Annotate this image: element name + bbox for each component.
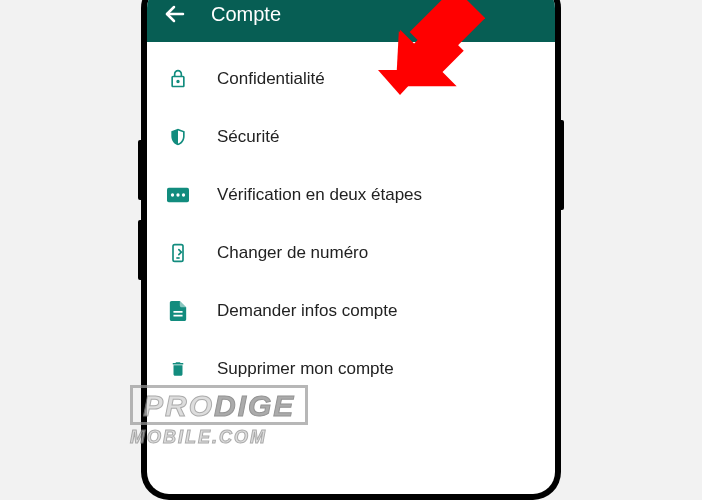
phone-button-left-2 <box>138 220 141 280</box>
back-button[interactable] <box>163 2 187 26</box>
menu-item-label: Vérification en deux étapes <box>217 185 422 205</box>
document-icon <box>167 300 189 322</box>
lock-icon <box>167 68 189 90</box>
menu-item-securite[interactable]: Sécurité <box>147 108 555 166</box>
phone-button-left <box>138 140 141 200</box>
shield-icon <box>167 126 189 148</box>
app-bar: Compte <box>147 0 555 42</box>
phone-change-icon <box>167 242 189 264</box>
menu-item-verification[interactable]: Vérification en deux étapes <box>147 166 555 224</box>
svg-point-3 <box>176 193 179 196</box>
menu-item-changer-numero[interactable]: Changer de numéro <box>147 224 555 282</box>
phone-frame: Compte Confidentialité Sécurité <box>141 0 561 500</box>
menu-item-label: Confidentialité <box>217 69 325 89</box>
menu-item-label: Changer de numéro <box>217 243 368 263</box>
pin-icon <box>167 184 189 206</box>
page-title: Compte <box>211 3 281 26</box>
menu-item-supprimer-compte[interactable]: Supprimer mon compte <box>147 340 555 398</box>
phone-button-right <box>561 120 564 210</box>
svg-point-4 <box>182 193 185 196</box>
arrow-left-icon <box>163 2 187 26</box>
trash-icon <box>167 358 189 380</box>
menu-item-confidentialite[interactable]: Confidentialité <box>147 50 555 108</box>
menu-item-label: Sécurité <box>217 127 279 147</box>
svg-point-2 <box>171 193 174 196</box>
menu-item-label: Demander infos compte <box>217 301 397 321</box>
menu-item-demander-infos[interactable]: Demander infos compte <box>147 282 555 340</box>
menu-item-label: Supprimer mon compte <box>217 359 394 379</box>
screen: Compte Confidentialité Sécurité <box>147 0 555 494</box>
menu-list: Confidentialité Sécurité <box>147 42 555 406</box>
